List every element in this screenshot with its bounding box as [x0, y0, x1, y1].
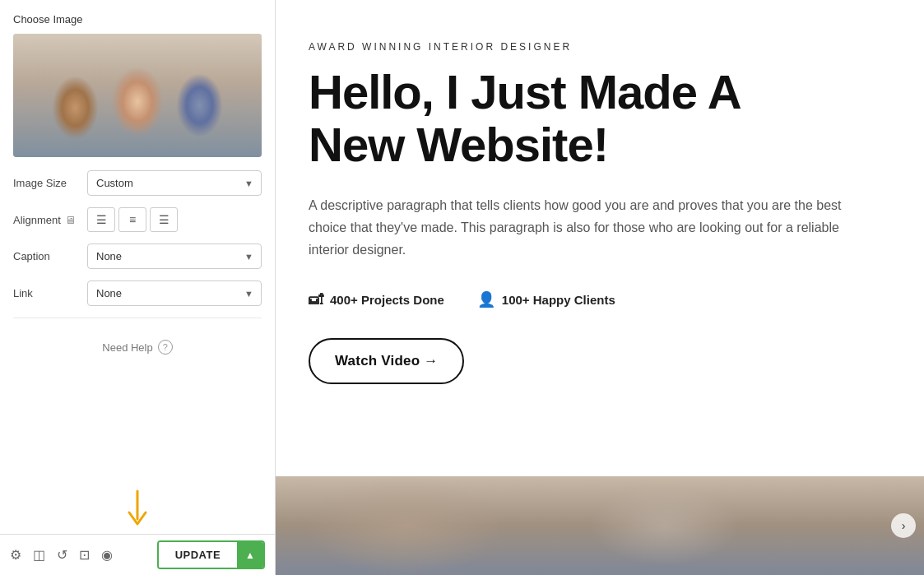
down-arrow-indicator: [125, 489, 150, 531]
help-icon[interactable]: ?: [158, 340, 173, 355]
main-layout: Choose Image Image Size Custom Original …: [0, 0, 924, 575]
update-main-button[interactable]: UPDATE: [159, 542, 237, 568]
caption-select-wrapper: None Below Image Above Image ▼: [87, 243, 262, 269]
strip-right-arrow[interactable]: ›: [891, 513, 916, 538]
link-select[interactable]: None Media File Attachment Page Custom U…: [87, 281, 262, 306]
stat-clients-text: 100+ Happy Clients: [502, 293, 615, 307]
right-preview: AWARD WINNING INTERIOR DESIGNER Hello, I…: [276, 0, 924, 575]
need-help-area: Need Help ?: [13, 327, 262, 368]
layers-icon[interactable]: ◫: [33, 547, 45, 563]
stat-projects: 🛋 400+ Projects Done: [309, 291, 444, 308]
need-help-text: Need Help: [102, 341, 152, 354]
bottom-toolbar: ⚙ ◫ ↺ ⊡ ◉ UPDATE ▲: [0, 534, 275, 575]
projects-icon: 🛋: [309, 291, 323, 308]
alignment-row: Alignment 🖥 ☰ ≡ ☰: [13, 207, 262, 232]
image-size-select-wrapper: Custom Original Thumbnail Medium Large F…: [87, 170, 262, 196]
arrow-indicator-area: [0, 485, 275, 534]
history-icon[interactable]: ↺: [57, 547, 67, 563]
caption-label: Caption: [13, 250, 87, 262]
align-center-button[interactable]: ≡: [118, 207, 146, 232]
link-select-wrapper: None Media File Attachment Page Custom U…: [87, 281, 262, 306]
image-size-label: Image Size: [13, 177, 87, 189]
img-people-overlay: [13, 34, 262, 157]
align-right-button[interactable]: ☰: [150, 207, 178, 232]
link-row: Link None Media File Attachment Page Cus…: [13, 281, 262, 306]
caption-select[interactable]: None Below Image Above Image: [87, 243, 262, 269]
caption-row: Caption None Below Image Above Image ▼: [13, 243, 262, 269]
panel-content: Choose Image Image Size Custom Original …: [0, 0, 275, 485]
monitor-toolbar-icon[interactable]: ⊡: [79, 547, 90, 563]
preview-image-strip: ›: [276, 476, 924, 575]
headline-line2: New Website!: [309, 118, 891, 171]
image-size-row: Image Size Custom Original Thumbnail Med…: [13, 170, 262, 196]
strip-overlay: [276, 476, 924, 575]
image-size-select[interactable]: Custom Original Thumbnail Medium Large F…: [87, 170, 262, 196]
eyebrow-text: AWARD WINNING INTERIOR DESIGNER: [309, 41, 891, 53]
alignment-label: Alignment 🖥: [13, 214, 87, 226]
gear-icon[interactable]: ⚙: [10, 547, 21, 563]
watch-video-button[interactable]: Watch Video →: [309, 338, 464, 384]
choose-image-label: Choose Image: [13, 13, 262, 26]
stat-clients: 👤 100+ Happy Clients: [477, 290, 615, 308]
alignment-buttons: ☰ ≡ ☰: [87, 207, 262, 232]
eye-icon[interactable]: ◉: [101, 547, 113, 563]
headline-line1: Hello, I Just Made A: [309, 66, 891, 118]
hero-headline: Hello, I Just Made A New Website!: [309, 66, 891, 171]
monitor-icon: 🖥: [65, 214, 76, 226]
update-dropdown-button[interactable]: ▲: [237, 542, 263, 568]
hero-description: A descriptive paragraph that tells clien…: [309, 194, 852, 262]
clients-icon: 👤: [477, 290, 495, 308]
link-label: Link: [13, 287, 87, 299]
stat-projects-text: 400+ Projects Done: [330, 293, 444, 307]
panel-divider: [13, 318, 262, 318]
update-button-group[interactable]: UPDATE ▲: [157, 540, 265, 569]
image-preview-inner: [13, 34, 262, 157]
preview-content: AWARD WINNING INTERIOR DESIGNER Hello, I…: [276, 0, 924, 476]
stats-row: 🛋 400+ Projects Done 👤 100+ Happy Client…: [309, 290, 891, 308]
image-preview[interactable]: [13, 34, 262, 157]
left-panel: Choose Image Image Size Custom Original …: [0, 0, 276, 575]
align-left-button[interactable]: ☰: [87, 207, 115, 232]
